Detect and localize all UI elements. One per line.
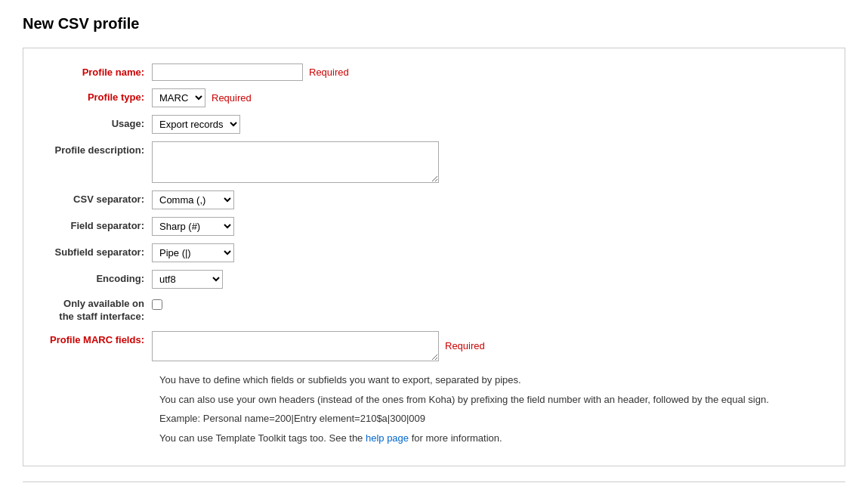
profile-desc-row: Profile description: [46,141,822,183]
usage-control: Export records Import records [152,115,822,134]
info-line4: You can use Template Toolkit tags too. S… [159,431,822,447]
staff-interface-row: Only available on the staff interface: [46,296,822,324]
profile-name-input[interactable] [152,63,303,81]
marc-fields-row: Profile MARC fields: Required [46,331,822,361]
profile-name-label: Profile name: [46,63,152,78]
subfield-separator-control: Pipe (|) Comma (,) Semicolon (;) Sharp (… [152,243,822,262]
profile-type-required: Required [212,92,252,104]
csv-separator-control: Comma (,) Semicolon (;) Tab Pipe (|) [152,190,822,209]
page-title: New CSV profile [23,15,845,33]
info-line4-before: You can use Template Toolkit tags too. S… [159,432,366,444]
profile-name-row: Profile name: Required [46,63,822,81]
field-separator-select[interactable]: Sharp (#) Comma (,) Semicolon (;) Pipe (… [152,217,234,236]
encoding-label: Encoding: [46,270,152,284]
marc-fields-textarea[interactable] [152,331,439,361]
form-container: Profile name: Required Profile type: MAR… [23,48,845,466]
marc-fields-control: Required [152,331,822,361]
marc-fields-required: Required [445,340,485,351]
csv-separator-row: CSV separator: Comma (,) Semicolon (;) T… [46,190,822,209]
info-line2: You can also use your own headers (inste… [159,392,822,408]
profile-name-required: Required [309,67,349,78]
staff-interface-label: Only available on the staff interface: [46,296,152,324]
subfield-separator-row: Subfield separator: Pipe (|) Comma (,) S… [46,243,822,262]
info-line3: Example: Personal name=200|Entry element… [159,411,822,427]
encoding-control: utf8 utf16 iso-8859-1 [152,270,822,289]
profile-desc-label: Profile description: [46,141,152,157]
csv-separator-select[interactable]: Comma (,) Semicolon (;) Tab Pipe (|) [152,190,234,209]
field-separator-label: Field separator: [46,217,152,231]
profile-name-control: Required [152,63,822,81]
encoding-select[interactable]: utf8 utf16 iso-8859-1 [152,270,223,289]
profile-type-control: MARC Required [152,88,822,107]
subfield-separator-label: Subfield separator: [46,243,152,259]
info-section: You have to define which fields or subfi… [159,373,822,447]
usage-select[interactable]: Export records Import records [152,115,240,134]
encoding-row: Encoding: utf8 utf16 iso-8859-1 [46,270,822,289]
csv-separator-label: CSV separator: [46,190,152,205]
profile-type-select[interactable]: MARC [152,88,205,107]
profile-type-label: Profile type: [46,88,152,103]
profile-desc-textarea[interactable] [152,141,439,183]
help-page-link[interactable]: help page [366,432,409,444]
staff-interface-control [152,296,822,310]
marc-fields-label: Profile MARC fields: [46,331,152,347]
info-line4-after: for more information. [409,432,502,444]
usage-row: Usage: Export records Import records [46,115,822,134]
field-separator-row: Field separator: Sharp (#) Comma (,) Sem… [46,217,822,236]
subfield-separator-select[interactable]: Pipe (|) Comma (,) Semicolon (;) Sharp (… [152,243,234,262]
field-separator-control: Sharp (#) Comma (,) Semicolon (;) Pipe (… [152,217,822,236]
usage-label: Usage: [46,115,152,129]
profile-desc-control [152,141,822,183]
staff-interface-checkbox[interactable] [152,299,162,310]
info-line1: You have to define which fields or subfi… [159,373,822,389]
profile-type-row: Profile type: MARC Required [46,88,822,107]
